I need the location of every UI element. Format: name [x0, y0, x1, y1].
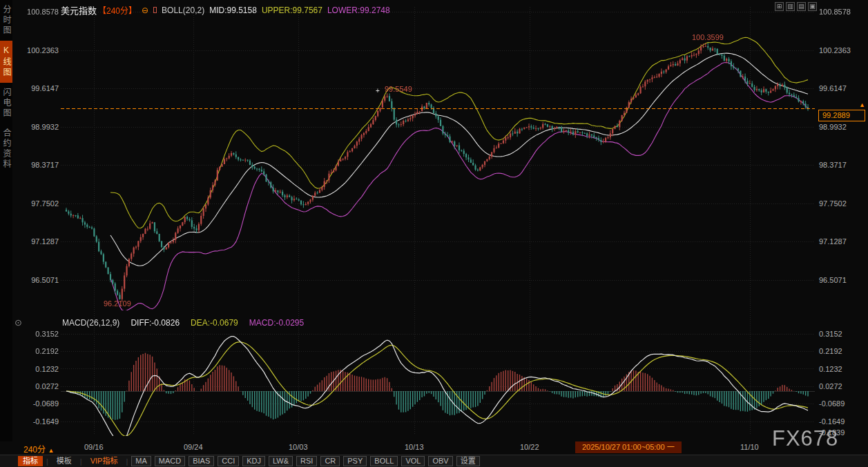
time-axis-label: 10/03 [289, 443, 308, 451]
macd-axis-label: 0.3152 [19, 330, 59, 338]
highlighted-session-label: 2025/10/27 01:00~05:00 一 [575, 441, 682, 453]
indicator-button-cr[interactable]: CR [320, 456, 340, 466]
price-axis-label: 98.9932 [19, 123, 59, 131]
price-axis-label: 98.3717 [19, 161, 59, 169]
time-axis: 240分 ▲ 09/16 09/24 10/03 10/13 10/22 11/… [0, 441, 868, 454]
time-axis-label: 11/10 [740, 443, 759, 451]
price-axis-label: 97.1287 [819, 237, 847, 246]
tab-indicators[interactable]: 指标 [18, 456, 43, 466]
macd-header: MACD(26,12,9) DIFF:-0.0826 DEA:-0.0679 M… [62, 318, 304, 328]
layout-split-h-icon[interactable]: ▥ [786, 2, 795, 11]
macd-axis-label: 0.2192 [819, 347, 842, 355]
swing-high-annotation: 99.5549 [385, 85, 412, 93]
kline-macd-chart-canvas[interactable] [61, 7, 815, 438]
indicator-settings-icon[interactable]: ⊙ [15, 317, 22, 328]
price-axis-label: 96.5071 [819, 276, 847, 284]
macd-axis-label: -0.0689 [19, 399, 59, 408]
price-axis-label: 98.3717 [819, 161, 847, 169]
macd-axis-label: -0.1649 [19, 417, 59, 426]
time-axis-label: 09/16 [84, 443, 104, 451]
price-axis-label: 97.1287 [19, 237, 59, 246]
collapse-indicator-icon[interactable]: ⊖ [142, 6, 148, 15]
price-axis-label: 97.7502 [19, 199, 59, 208]
sidebar-item-kline-chart[interactable]: K线图 [0, 41, 12, 83]
sidebar-item-flash-chart[interactable]: 闪电图 [0, 83, 12, 123]
toolbar-separator: | [46, 457, 48, 466]
price-axis-label: 100.2363 [819, 46, 851, 54]
indicator-button-lwr[interactable]: LW& [269, 456, 293, 466]
swing-high-cross-marker: + [376, 87, 380, 95]
layout-single-icon[interactable]: ▣ [808, 2, 817, 11]
time-axis-label: 09/24 [184, 443, 203, 451]
trading-app-window: 分时图 K线图 闪电图 合约资料 美元指数【240分】 ⊖ BOLL(20,2)… [0, 0, 868, 467]
indicator-button-bias[interactable]: BIAS [189, 456, 214, 466]
macd-axis-label: -0.0689 [819, 399, 845, 408]
indicator-button-psy[interactable]: PSY [343, 456, 367, 466]
period-label: 【240分】 [98, 4, 137, 16]
indicator-button-macd[interactable]: MACD [155, 456, 185, 466]
price-axis-label: 100.8578 [19, 8, 59, 16]
macd-title: MACD(26,12,9) [62, 318, 119, 328]
macd-axis-label: 0.2192 [19, 347, 59, 355]
chart-header: 美元指数【240分】 ⊖ BOLL(20,2) MID:99.5158 UPPE… [61, 3, 390, 17]
price-axis-label: 96.5071 [19, 276, 59, 284]
time-axis-label: 10/22 [520, 443, 539, 451]
price-axis-label: 98.9932 [819, 123, 847, 131]
macd-axis-label: 0.3152 [819, 330, 842, 338]
latest-price-arrow-icon[interactable]: ▲ [859, 101, 865, 108]
boll-upper-value: UPPER:99.7567 [262, 6, 322, 15]
indicator-button-vol[interactable]: VOL [401, 456, 425, 466]
price-axis-label: 100.8578 [819, 8, 851, 16]
boll-indicator-label: BOLL(20,2) [162, 6, 204, 15]
indicator-button-kdj[interactable]: KDJ [242, 456, 265, 466]
settings-button[interactable]: 设置 [456, 456, 480, 466]
period-dropdown-arrow-icon: ▲ [48, 447, 54, 454]
chart-layout-controls: ⊞ ▥ ▤ ▣ [775, 2, 817, 11]
boll-lower-value: LOWER:99.2748 [327, 6, 390, 15]
indicator-button-rsi[interactable]: RSI [296, 456, 317, 466]
toolbar-separator: | [80, 457, 82, 466]
layout-grid-icon[interactable]: ⊞ [775, 2, 784, 11]
peak-high-annotation: 100.3599 [692, 33, 724, 41]
price-axis-label: 100.2363 [19, 46, 59, 54]
time-axis-label: 10/13 [405, 443, 424, 451]
tab-vip-indicators[interactable]: VIP指标 [86, 456, 123, 466]
sidebar-item-time-chart[interactable]: 分时图 [0, 0, 12, 41]
indicator-toolbar: 指标 | 模板 | VIP指标 | MA MACD BIAS CCI KDJ L… [0, 455, 868, 467]
price-axis-label: 97.7502 [819, 199, 847, 208]
layout-split-v-icon[interactable]: ▤ [797, 2, 806, 11]
macd-dea-value: DEA:-0.0679 [191, 318, 238, 328]
tab-templates[interactable]: 模板 [52, 456, 77, 466]
last-price-box: 99.2889 [818, 110, 865, 121]
symbol-name: 美元指数 [61, 3, 97, 17]
macd-axis-label: 0.1232 [19, 365, 59, 373]
candle-icon [153, 7, 157, 13]
left-sidebar: 分时图 K线图 闪电图 合约资料 [0, 0, 12, 441]
macd-axis-label: -0.1649 [819, 417, 845, 426]
price-axis-label: 99.6147 [819, 84, 847, 92]
macd-axis-label: 0.1232 [819, 365, 842, 373]
toolbar-separator: | [126, 457, 128, 466]
indicator-button-cci[interactable]: CCI [218, 456, 239, 466]
boll-mid-value: MID:99.5158 [209, 6, 257, 15]
indicator-button-boll[interactable]: BOLL [370, 456, 398, 466]
macd-axis-label: 0.0272 [819, 382, 842, 390]
price-axis-label: 99.6147 [19, 84, 59, 92]
macd-macd-value: MACD:-0.0295 [249, 318, 304, 328]
macd-axis-label: 0.0272 [19, 382, 59, 390]
sidebar-item-contract-info[interactable]: 合约资料 [0, 123, 12, 175]
low-annotation: 96.2109 [104, 299, 131, 308]
macd-diff-value: DIFF:-0.0826 [131, 318, 180, 328]
period-selector[interactable]: 240分 ▲ [23, 443, 54, 455]
indicator-button-ma[interactable]: MA [131, 456, 151, 466]
indicator-button-obv[interactable]: OBV [428, 456, 452, 466]
fx678-watermark: FX678 [772, 426, 838, 451]
